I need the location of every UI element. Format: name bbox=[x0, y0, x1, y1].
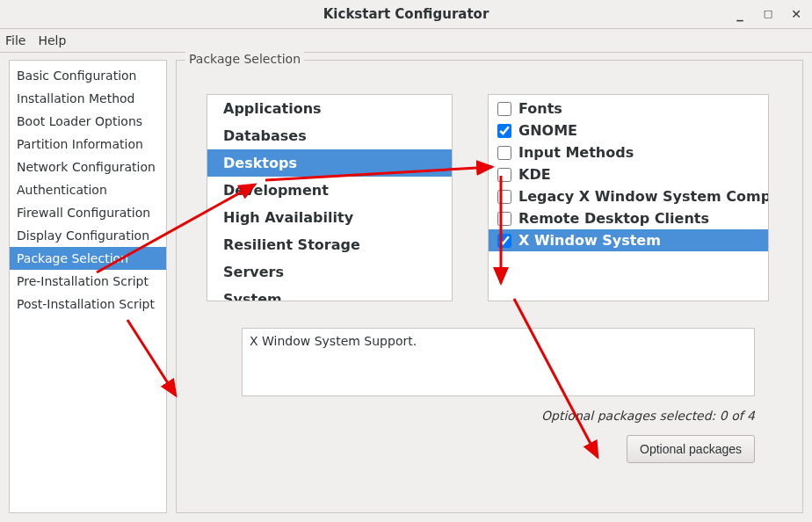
sidebar-item-firewall-configuration[interactable]: Firewall Configuration bbox=[10, 201, 166, 224]
package-label: Input Methods bbox=[518, 144, 634, 161]
sidebar-item-package-selection[interactable]: Package Selection bbox=[10, 247, 166, 270]
description-text: X Window System Support. bbox=[250, 334, 417, 348]
category-item-development[interactable]: Development bbox=[207, 177, 452, 204]
package-item-x-window-system[interactable]: X Window System bbox=[489, 229, 769, 251]
package-checkbox[interactable] bbox=[497, 168, 511, 182]
sidebar-item-display-configuration[interactable]: Display Configuration bbox=[10, 224, 166, 247]
package-item-remote-desktop-clients[interactable]: Remote Desktop Clients bbox=[489, 207, 769, 229]
category-item-servers[interactable]: Servers bbox=[207, 258, 452, 286]
package-label: KDE bbox=[518, 166, 551, 183]
category-list[interactable]: ApplicationsDatabasesDesktopsDevelopment… bbox=[207, 94, 453, 301]
package-item-kde[interactable]: KDE bbox=[489, 163, 769, 185]
sidebar-item-network-configuration[interactable]: Network Configuration bbox=[10, 156, 166, 178]
package-label: Remote Desktop Clients bbox=[518, 210, 709, 227]
category-item-databases[interactable]: Databases bbox=[207, 122, 452, 149]
optional-packages-button[interactable]: Optional packages bbox=[627, 435, 755, 463]
description-box: X Window System Support. bbox=[242, 328, 755, 396]
sidebar-item-authentication[interactable]: Authentication bbox=[10, 178, 166, 201]
maximize-button[interactable]: □ bbox=[759, 0, 777, 28]
package-item-input-methods[interactable]: Input Methods bbox=[489, 141, 769, 163]
package-item-gnome[interactable]: GNOME bbox=[489, 120, 769, 141]
package-item-fonts[interactable]: Fonts bbox=[489, 98, 769, 120]
window-title: Kickstart Configurator bbox=[323, 6, 489, 22]
package-label: Desktop Debugging and Performance bbox=[518, 94, 769, 95]
package-list[interactable]: Desktop Debugging and PerformanceFontsGN… bbox=[488, 94, 769, 301]
button-row: Optional packages bbox=[189, 435, 790, 463]
package-checkbox[interactable] bbox=[497, 234, 511, 248]
status-text: Optional packages selected: 0 of 4 bbox=[541, 409, 755, 423]
close-button[interactable]: ✕ bbox=[787, 0, 805, 28]
category-item-system[interactable]: System bbox=[207, 286, 452, 301]
content-frame: Package Selection ApplicationsDatabasesD… bbox=[176, 60, 803, 513]
sidebar: Basic ConfigurationInstallation MethodBo… bbox=[9, 60, 167, 513]
window-controls: _ □ ✕ bbox=[731, 0, 805, 28]
sidebar-item-boot-loader-options[interactable]: Boot Loader Options bbox=[10, 110, 166, 133]
app-window: Kickstart Configurator _ □ ✕ File Help B… bbox=[0, 0, 812, 522]
package-label: Legacy X Window System Compatibility bbox=[518, 188, 769, 205]
panel-title: Package Selection bbox=[185, 52, 304, 66]
package-checkbox[interactable] bbox=[497, 102, 511, 116]
titlebar: Kickstart Configurator _ □ ✕ bbox=[0, 0, 812, 29]
sidebar-item-post-installation-script[interactable]: Post-Installation Script bbox=[10, 293, 166, 315]
sidebar-item-basic-configuration[interactable]: Basic Configuration bbox=[10, 64, 166, 87]
body: Basic ConfigurationInstallation MethodBo… bbox=[0, 51, 812, 522]
sidebar-item-partition-information[interactable]: Partition Information bbox=[10, 133, 166, 156]
lists-row: ApplicationsDatabasesDesktopsDevelopment… bbox=[207, 94, 772, 301]
sidebar-item-pre-installation-script[interactable]: Pre-Installation Script bbox=[10, 270, 166, 293]
category-item-high-availability[interactable]: High Availability bbox=[207, 204, 452, 231]
package-checkbox[interactable] bbox=[497, 190, 511, 204]
minimize-button[interactable]: _ bbox=[731, 0, 749, 28]
status-row: Optional packages selected: 0 of 4 bbox=[189, 409, 790, 423]
package-label: GNOME bbox=[518, 122, 577, 139]
package-checkbox[interactable] bbox=[497, 124, 511, 138]
category-item-desktops[interactable]: Desktops bbox=[207, 149, 452, 177]
category-item-applications[interactable]: Applications bbox=[207, 95, 452, 122]
menubar: File Help bbox=[0, 29, 812, 53]
package-label: Fonts bbox=[518, 100, 562, 117]
package-checkbox[interactable] bbox=[497, 212, 511, 226]
sidebar-item-installation-method[interactable]: Installation Method bbox=[10, 87, 166, 110]
package-checkbox[interactable] bbox=[497, 146, 511, 160]
category-item-resilient-storage[interactable]: Resilient Storage bbox=[207, 231, 452, 258]
package-item-legacy-x-window-system-compatibility[interactable]: Legacy X Window System Compatibility bbox=[489, 185, 769, 207]
menu-help[interactable]: Help bbox=[38, 29, 66, 52]
package-label: X Window System bbox=[518, 232, 661, 249]
menu-file[interactable]: File bbox=[5, 29, 25, 52]
